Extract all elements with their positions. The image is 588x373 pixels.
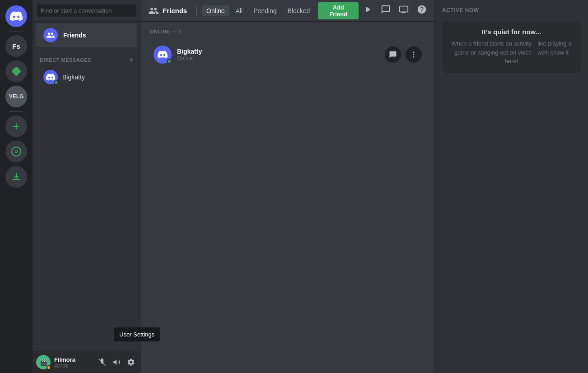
svg-point-6	[413, 54, 415, 55]
friends-label: Friends	[63, 32, 86, 39]
user-discriminator: #9708	[54, 363, 92, 368]
server-icon-velg[interactable]: VELG	[5, 86, 27, 107]
friends-nav-icon	[148, 5, 159, 16]
user-status-dot	[47, 365, 51, 370]
quiet-description: When a friend starts an activity—like pl…	[449, 39, 574, 66]
search-input[interactable]	[37, 5, 136, 17]
add-friend-button[interactable]: Add Friend	[318, 2, 359, 19]
download-button[interactable]	[5, 166, 27, 188]
tab-all[interactable]: All	[231, 5, 247, 16]
friends-area: ONLINE — 1 Bigkatty Online	[141, 22, 434, 373]
inbox-icon[interactable]	[380, 5, 391, 17]
top-nav-icons	[362, 5, 427, 17]
nitro-icon[interactable]	[362, 5, 373, 17]
direct-messages-section: Direct Messages +	[33, 49, 141, 66]
svg-point-3	[15, 151, 17, 152]
monitor-icon[interactable]	[398, 5, 409, 17]
server-icon-green-diamond[interactable]	[5, 60, 27, 82]
friend-online-dot	[167, 59, 172, 64]
user-controls	[96, 356, 137, 368]
svg-rect-0	[11, 66, 22, 77]
user-settings-button[interactable]	[125, 356, 137, 368]
dm-item-bigkatty[interactable]: Bigkatty	[36, 66, 137, 88]
friend-name: Bigkatty	[177, 48, 385, 55]
svg-point-5	[413, 51, 415, 53]
top-nav: Friends Online All Pending Blocked Add F…	[141, 0, 434, 22]
current-user-avatar: 🎬	[36, 355, 51, 369]
dm-user-name: Bigkatty	[62, 74, 85, 81]
tab-online[interactable]: Online	[202, 5, 229, 16]
online-status-dot	[54, 80, 58, 85]
friend-info: Bigkatty Online	[177, 48, 385, 61]
new-dm-button[interactable]: +	[129, 56, 134, 64]
server-divider	[9, 31, 23, 32]
nav-divider	[196, 5, 196, 16]
server-icon-fs[interactable]: Fs	[5, 35, 27, 57]
friend-avatar-bigkatty	[154, 46, 172, 64]
friend-actions	[385, 46, 422, 63]
friends-nav-label: Friends	[148, 5, 187, 16]
quiet-card: It's quiet for now... When a friend star…	[442, 21, 581, 73]
help-icon[interactable]	[416, 5, 427, 17]
direct-messages-label: Direct Messages	[40, 57, 91, 63]
friends-nav-item[interactable]: Friends	[36, 23, 137, 47]
server-divider-2	[9, 111, 23, 112]
dm-search-bar[interactable]	[33, 0, 141, 22]
user-settings-tooltip: User Settings	[114, 327, 160, 341]
more-options-button[interactable]	[406, 46, 422, 63]
username: Filmora	[54, 356, 92, 363]
tab-pending[interactable]: Pending	[249, 5, 281, 16]
active-now-panel: ACTIVE NOW It's quiet for now... When a …	[434, 0, 588, 373]
user-panel: User Settings 🎬 Filmora #9708	[33, 351, 141, 373]
deafen-button[interactable]	[110, 356, 123, 368]
server-sidebar: Fs VELG +	[0, 0, 33, 373]
discord-home-button[interactable]	[5, 5, 27, 27]
active-now-title: ACTIVE NOW	[442, 7, 581, 14]
add-server-button[interactable]: +	[5, 115, 27, 137]
bigkatty-avatar	[43, 70, 58, 84]
quiet-title: It's quiet for now...	[449, 28, 574, 36]
main-content: Friends Online All Pending Blocked Add F…	[141, 0, 434, 373]
dm-sidebar: Friends Direct Messages + Bigkatty User …	[33, 0, 141, 373]
friend-row[interactable]: Bigkatty Online	[150, 40, 425, 69]
friends-icon	[43, 28, 58, 42]
user-info: Filmora #9708	[54, 356, 92, 368]
online-header: ONLINE — 1	[150, 29, 425, 34]
mute-button[interactable]	[96, 356, 108, 368]
tab-blocked[interactable]: Blocked	[283, 5, 315, 16]
svg-point-7	[413, 56, 415, 58]
explore-button[interactable]	[5, 141, 27, 162]
message-friend-button[interactable]	[385, 46, 401, 63]
friend-status: Online	[177, 55, 385, 61]
